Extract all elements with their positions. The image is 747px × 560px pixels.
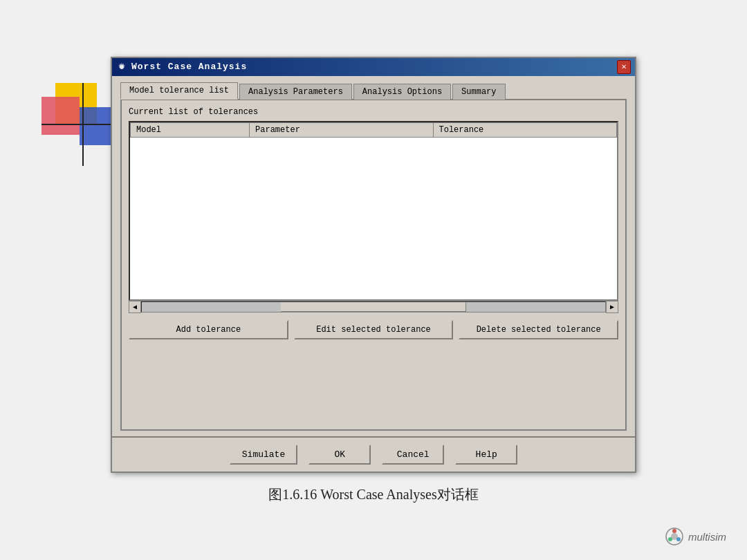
section-label: Current list of tolerances [129, 107, 618, 117]
tab-panel-spacer [129, 339, 618, 422]
tab-analysis-options[interactable]: Analysis Options [353, 84, 451, 100]
help-button[interactable]: Help [455, 445, 517, 465]
col-tolerance: Tolerance [433, 122, 617, 137]
tab-model-tolerance-list[interactable]: Model tolerance list [120, 82, 238, 100]
col-parameter: Parameter [250, 122, 433, 137]
tab-panel-model: Current list of tolerances Model Paramet… [120, 100, 627, 431]
add-tolerance-button[interactable]: Add tolerance [129, 320, 288, 339]
scroll-track[interactable] [141, 301, 606, 312]
scroll-right-button[interactable]: ▶ [606, 301, 618, 313]
multisim-text: multisim [688, 531, 726, 543]
scroll-left-button[interactable]: ◀ [129, 301, 141, 313]
simulate-button[interactable]: Simulate [230, 445, 297, 465]
col-model: Model [131, 122, 250, 137]
multisim-icon [665, 527, 684, 546]
tab-summary[interactable]: Summary [452, 84, 505, 100]
tolerance-table-wrapper: Model Parameter Tolerance ◀ [129, 121, 618, 313]
delete-selected-tolerance-button[interactable]: Delete selected tolerance [459, 320, 618, 339]
dialog-icon [116, 62, 127, 73]
tolerance-table: Model Parameter Tolerance [130, 122, 617, 138]
dialog-title: Worst Case Analysis [131, 62, 247, 72]
title-bar: Worst Case Analysis ✕ [112, 58, 635, 76]
tolerance-buttons-row: Add tolerance Edit selected tolerance De… [129, 320, 618, 339]
tab-analysis-parameters[interactable]: Analysis Parameters [239, 84, 352, 100]
svg-point-4 [676, 537, 681, 541]
scroll-thumb[interactable] [281, 302, 466, 312]
svg-point-5 [668, 537, 672, 541]
caption: 图1.6.16 Worst Case Analyses对话框 [268, 485, 478, 504]
close-button[interactable]: ✕ [617, 60, 631, 74]
ok-button[interactable]: OK [308, 445, 371, 465]
dialog-content: Model tolerance list Analysis Parameters… [112, 76, 635, 436]
title-bar-left: Worst Case Analysis [116, 62, 247, 73]
svg-point-3 [672, 529, 676, 533]
worst-case-dialog: Worst Case Analysis ✕ Model tolerance li… [111, 57, 636, 473]
edit-selected-tolerance-button[interactable]: Edit selected tolerance [294, 320, 454, 339]
horizontal-scrollbar[interactable]: ◀ ▶ [129, 301, 618, 313]
tolerance-table-container: Model Parameter Tolerance [129, 121, 618, 301]
tabs-row: Model tolerance list Analysis Parameters… [120, 82, 627, 100]
bottom-bar: Simulate OK Cancel Help [112, 436, 635, 472]
multisim-brand: multisim [665, 527, 726, 546]
cancel-button[interactable]: Cancel [382, 445, 444, 465]
